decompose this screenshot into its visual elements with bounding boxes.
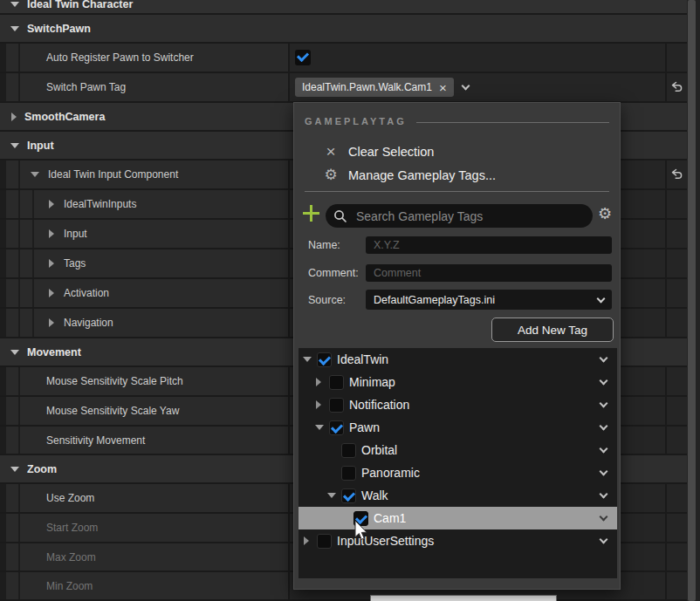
chevron-down-icon[interactable] <box>461 82 470 91</box>
reset-cell <box>665 279 687 307</box>
category-label: Input <box>27 140 54 152</box>
gameplay-tag-popup: GAMEPLAYTAG × Clear Selection ⚙ Manage G… <box>293 102 621 590</box>
source-label: Source: <box>308 294 366 306</box>
property-name-cell: Mouse Sensitivity Scale Pitch <box>0 367 290 395</box>
checkbox-unchecked[interactable] <box>329 375 344 390</box>
property-name-cell: Switch Pawn Tag <box>0 73 290 101</box>
chevron-down-icon[interactable] <box>600 536 608 544</box>
search-box[interactable] <box>326 204 593 228</box>
reset-cell <box>665 309 687 337</box>
details-panel: Ideal Twin Character SwitchPawn Auto Reg… <box>0 0 700 601</box>
checkbox-checked[interactable] <box>329 420 344 435</box>
menu-item-manage-gameplay-tags[interactable]: ⚙ Manage Gameplay Tags... <box>294 163 620 187</box>
checkbox-checked[interactable] <box>295 50 311 65</box>
source-dropdown[interactable]: DefaultGameplayTags.ini <box>366 290 612 310</box>
expanded-arrow-icon[interactable] <box>10 350 19 355</box>
tree-item-walk[interactable]: Walk <box>299 484 617 507</box>
chevron-down-icon[interactable] <box>600 400 608 408</box>
tree-item-minimap[interactable]: Minimap <box>299 371 617 393</box>
expanded-arrow-icon[interactable] <box>315 425 324 430</box>
property-name-cell: IdealTwinInputs <box>0 190 290 218</box>
reset-cell <box>665 190 687 218</box>
category-label: Ideal Twin Character <box>27 0 133 10</box>
property-name-cell: Start Zoom <box>0 514 290 542</box>
collapsed-arrow-icon[interactable] <box>304 536 309 545</box>
chevron-down-icon[interactable] <box>600 445 608 454</box>
property-name-cell: Navigation <box>0 309 290 337</box>
category-label: SmoothCamera <box>24 111 105 123</box>
property-name-cell: Mouse Sensitivity Scale Yaw <box>0 397 290 425</box>
reset-to-default-button[interactable] <box>670 81 683 93</box>
reset-cell <box>665 397 687 425</box>
chevron-down-icon[interactable] <box>600 422 608 431</box>
reset-cell <box>665 73 687 101</box>
expanded-arrow-icon[interactable] <box>10 26 19 31</box>
property-value-cell <box>290 44 665 72</box>
collapsed-arrow-icon[interactable] <box>49 259 54 268</box>
reset-cell <box>665 543 687 570</box>
tree-item-panoramic[interactable]: Panoramic <box>299 461 617 484</box>
collapsed-arrow-icon[interactable] <box>49 229 54 238</box>
name-field[interactable] <box>366 236 612 254</box>
chevron-down-icon[interactable] <box>600 490 608 499</box>
chevron-down-icon[interactable] <box>600 513 608 522</box>
row-switch-pawn-tag: Switch Pawn Tag IdealTwin.Pawn.Walk.Cam1… <box>0 73 687 103</box>
tree-item-notification[interactable]: Notification <box>299 393 617 416</box>
tree-item-orbital[interactable]: Orbital <box>299 439 617 461</box>
chevron-down-icon[interactable] <box>600 354 608 363</box>
category-label: Movement <box>27 346 81 359</box>
menu-divider <box>305 191 609 192</box>
search-settings-gear-icon[interactable]: ⚙ <box>598 206 612 222</box>
checkbox-checked[interactable] <box>341 488 356 503</box>
property-name-cell: Min Zoom <box>0 572 290 599</box>
reset-cell <box>665 427 687 454</box>
comment-field[interactable] <box>366 264 612 282</box>
gameplay-tag-chip[interactable]: IdealTwin.Pawn.Walk.Cam1 × <box>295 78 454 97</box>
collapsed-arrow-icon[interactable] <box>316 378 321 386</box>
mouse-cursor <box>354 520 368 541</box>
collapsed-arrow-icon[interactable] <box>11 113 17 121</box>
expanded-arrow-icon[interactable] <box>10 2 19 7</box>
property-name-cell: Input <box>0 220 290 248</box>
menu-item-clear-selection[interactable]: × Clear Selection <box>294 140 620 163</box>
chip-close-icon[interactable]: × <box>439 81 447 94</box>
reset-cell <box>665 44 687 72</box>
add-new-tag-button[interactable]: Add New Tag <box>491 318 614 342</box>
checkbox-checked[interactable] <box>317 352 332 367</box>
scrollbar-track[interactable] <box>687 0 700 601</box>
collapsed-arrow-icon[interactable] <box>49 289 54 297</box>
expanded-arrow-icon[interactable] <box>10 467 19 472</box>
reset-cell <box>665 249 687 277</box>
reset-to-default-button[interactable] <box>670 168 683 181</box>
tree-item-inputusersettings[interactable]: InputUserSettings <box>299 529 617 552</box>
checkbox-unchecked[interactable] <box>329 398 344 413</box>
category-switchpawn[interactable]: SwitchPawn <box>0 15 687 44</box>
expanded-arrow-icon[interactable] <box>303 357 312 362</box>
tree-item-pawn[interactable]: Pawn <box>299 416 617 439</box>
reset-cell <box>665 514 687 542</box>
collapsed-arrow-icon[interactable] <box>49 318 54 327</box>
expanded-arrow-icon[interactable] <box>31 172 39 177</box>
category-ideal-twin-character[interactable]: Ideal Twin Character <box>0 0 687 15</box>
reset-cell <box>665 572 687 599</box>
gear-icon: ⚙ <box>322 167 340 182</box>
checkbox-unchecked[interactable] <box>317 534 332 549</box>
collapsed-arrow-icon[interactable] <box>316 400 321 409</box>
tree-item-idealtwin[interactable]: IdealTwin <box>299 348 617 371</box>
row-auto-register-pawn-to-switcher: Auto Register Pawn to Switcher <box>0 44 687 73</box>
tree-item-cam1-selected[interactable]: Cam1 <box>299 507 617 529</box>
add-tag-plus-icon[interactable] <box>303 205 319 222</box>
checkbox-unchecked[interactable] <box>341 443 356 458</box>
checkbox-unchecked[interactable] <box>341 466 356 481</box>
scrollbar-thumb[interactable] <box>688 0 696 601</box>
property-name-cell: Ideal Twin Input Component <box>0 160 290 188</box>
expanded-arrow-icon[interactable] <box>10 143 19 148</box>
chevron-down-icon[interactable] <box>600 377 608 386</box>
expanded-arrow-icon[interactable] <box>327 493 336 498</box>
category-label: Zoom <box>27 463 57 475</box>
chevron-down-icon[interactable] <box>600 468 608 476</box>
search-input[interactable] <box>354 208 593 224</box>
popup-section-label: GAMEPLAYTAG <box>305 116 407 126</box>
collapsed-arrow-icon[interactable] <box>49 200 54 208</box>
reset-cell <box>665 220 687 248</box>
